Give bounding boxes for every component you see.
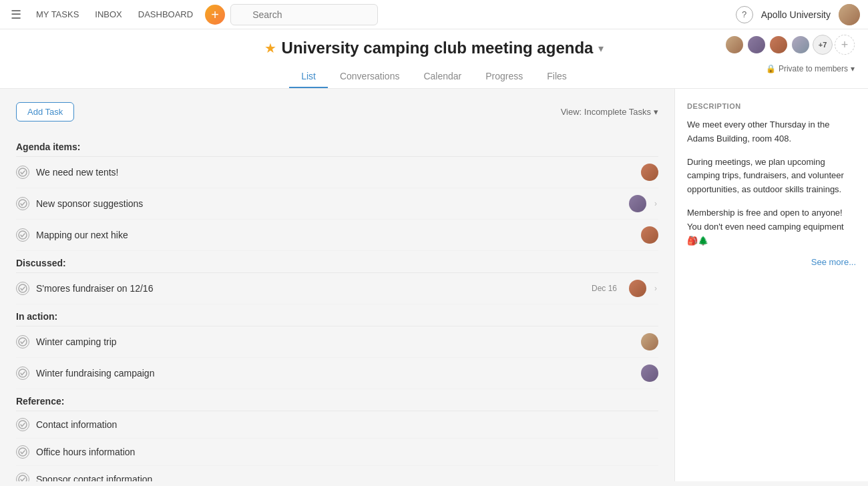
task-area: Add Task View: Incomplete Tasks ▾ Agenda… [0,89,674,481]
member-count[interactable]: +7 [813,35,833,55]
members-bar: +7 + [724,35,855,55]
top-navigation: ☰ MY TASKS INBOX DASHBOARD + 🔍 ? Apollo … [0,0,868,29]
task-avatar-1[interactable] [641,164,658,181]
section-agenda-items: Agenda items: [16,135,658,157]
svg-point-3 [19,284,27,292]
description-label: DESCRIPTION [687,102,856,110]
tab-calendar[interactable]: Calendar [411,65,473,88]
task-check-1[interactable] [16,166,29,179]
task-name-5: Winter camping trip [36,336,634,347]
task-check-6[interactable] [16,367,29,380]
search-wrap: 🔍 [230,4,578,25]
task-avatar-6[interactable] [641,364,658,382]
task-check-4[interactable] [16,282,29,295]
svg-point-1 [19,200,27,208]
menu-icon[interactable]: ☰ [8,5,24,25]
task-name-3: Mapping our next hike [36,230,634,240]
svg-point-4 [19,338,27,346]
task-avatar-5[interactable] [641,333,658,350]
table-row: We need new tents! [16,157,658,188]
task-avatar-2[interactable] [629,195,646,212]
description-paragraph-3: Membership is free and open to anyone! Y… [687,206,856,248]
nav-inbox[interactable]: INBOX [88,7,128,22]
svg-point-0 [19,168,27,176]
svg-point-2 [19,231,27,239]
description-paragraph-2: During meetings, we plan upcoming campin… [687,156,856,197]
table-row: Mapping our next hike [16,220,658,251]
tab-list[interactable]: List [289,65,328,88]
task-name-6: Winter fundraising campaign [36,368,634,379]
task-avatar-3[interactable] [641,226,658,244]
view-label: View: Incomplete Tasks [561,107,651,117]
task-toolbar: Add Task View: Incomplete Tasks ▾ [16,102,658,121]
task-name-4: S'mores fundraiser on 12/16 [36,283,585,294]
task-date-4: Dec 16 [592,284,617,293]
member-avatar-3[interactable] [769,35,789,55]
add-button[interactable]: + [205,5,225,25]
user-avatar[interactable] [839,4,860,25]
org-name: Apollo University [761,9,831,20]
task-avatar-4[interactable] [629,280,646,297]
section-discussed: Discussed: [16,251,658,273]
member-avatar-1[interactable] [724,35,744,55]
task-name-2: New sponsor suggestions [36,198,622,209]
table-row: S'mores fundraiser on 12/16 Dec 16 › [16,273,658,304]
project-title: University camping club meeting agenda [282,39,594,57]
tab-conversations[interactable]: Conversations [328,65,412,88]
table-row: Sponsor contact information [16,466,658,481]
member-avatar-4[interactable] [791,35,811,55]
view-toggle[interactable]: View: Incomplete Tasks ▾ [561,107,658,117]
project-header-inner: +7 + 🔒 Private to members ▾ ★ University… [0,29,868,88]
section-reference: Reference: [16,389,658,411]
table-row: Contact information [16,411,658,439]
task-check-2[interactable] [16,197,29,210]
see-more-link[interactable]: See more... [687,257,856,267]
lock-icon: 🔒 [766,64,776,73]
privacy-badge[interactable]: 🔒 Private to members ▾ [766,64,855,73]
task-check-9[interactable] [16,473,29,481]
table-row: Office hours information [16,439,658,466]
project-header: +7 + 🔒 Private to members ▾ ★ University… [0,29,868,89]
task-check-3[interactable] [16,228,29,242]
view-caret-icon: ▾ [654,107,658,117]
task-chevron-2[interactable]: › [653,199,658,208]
member-add-button[interactable]: + [835,35,855,55]
member-avatar-2[interactable] [746,35,767,55]
nav-links: MY TASKS INBOX DASHBOARD [29,7,200,22]
svg-point-5 [19,369,27,377]
project-star-icon[interactable]: ★ [264,40,276,56]
tab-files[interactable]: Files [535,65,579,88]
task-name-9: Sponsor contact information [36,474,658,481]
main-layout: Add Task View: Incomplete Tasks ▾ Agenda… [0,89,868,481]
nav-my-tasks[interactable]: MY TASKS [29,7,85,22]
project-title-caret[interactable]: ▾ [598,42,604,55]
section-in-action: In action: [16,304,658,326]
task-check-8[interactable] [16,445,29,459]
svg-point-7 [19,448,27,456]
description-panel: DESCRIPTION We meet every other Thursday… [674,89,868,481]
nav-dashboard[interactable]: DASHBOARD [132,7,200,22]
privacy-text: Private to members [779,64,848,73]
description-paragraph-1: We meet every other Thursday in the Adam… [687,118,856,146]
tab-progress[interactable]: Progress [473,65,535,88]
search-input[interactable] [230,4,378,25]
help-button[interactable]: ? [736,6,753,23]
project-title-row: ★ University camping club meeting agenda… [264,39,604,57]
add-task-button[interactable]: Add Task [16,102,74,121]
task-name-1: We need new tents! [36,167,634,178]
task-name-7: Contact information [36,419,658,430]
task-name-8: Office hours information [36,447,658,457]
task-check-7[interactable] [16,418,29,431]
table-row: Winter camping trip [16,326,658,358]
svg-point-6 [19,421,27,429]
table-row: Winter fundraising campaign [16,358,658,389]
privacy-caret: ▾ [851,64,855,73]
project-tabs: List Conversations Calendar Progress Fil… [289,65,579,88]
table-row: New sponsor suggestions › [16,188,658,220]
task-check-5[interactable] [16,335,29,348]
nav-right: ? Apollo University [736,4,860,25]
task-chevron-4[interactable]: › [653,284,658,293]
